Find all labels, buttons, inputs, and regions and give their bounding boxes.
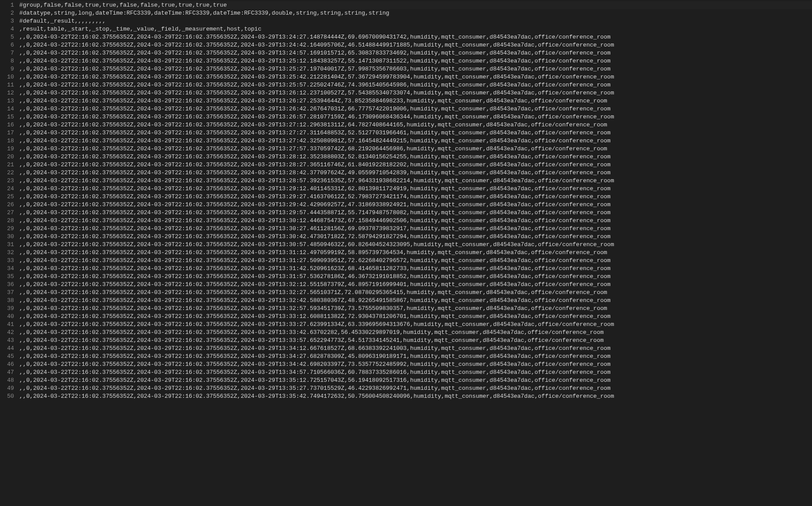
- code-line[interactable]: ,,0,2024-03-22T22:16:02.37556352Z,2024-0…: [20, 177, 812, 185]
- code-line[interactable]: ,,0,2024-03-22T22:16:02.37556352Z,2024-0…: [20, 65, 812, 73]
- line-number: 7: [7, 49, 14, 57]
- code-line[interactable]: ,,0,2024-03-22T22:16:02.37556352Z,2024-0…: [20, 321, 812, 329]
- code-line[interactable]: ,,0,2024-03-22T22:16:02.37556352Z,2024-0…: [20, 289, 812, 297]
- code-line[interactable]: #datatype,string,long,dateTime:RFC3339,d…: [20, 9, 812, 17]
- line-number: 46: [7, 361, 14, 369]
- code-line[interactable]: ,,0,2024-03-22T22:16:02.37556352Z,2024-0…: [20, 57, 812, 65]
- line-number: 2: [7, 9, 14, 17]
- code-line[interactable]: ,,0,2024-03-22T22:16:02.37556352Z,2024-0…: [20, 145, 812, 153]
- code-line[interactable]: ,,0,2024-03-22T22:16:02.37556352Z,2024-0…: [20, 361, 812, 369]
- line-number: 11: [7, 81, 14, 89]
- code-line[interactable]: ,,0,2024-03-22T22:16:02.37556352Z,2024-0…: [20, 73, 812, 81]
- line-number: 50: [7, 392, 14, 400]
- code-line[interactable]: ,,0,2024-03-22T22:16:02.37556352Z,2024-0…: [20, 392, 812, 400]
- line-number: 5: [7, 33, 14, 41]
- code-line[interactable]: ,,0,2024-03-22T22:16:02.37556352Z,2024-0…: [20, 137, 812, 145]
- code-line[interactable]: ,,0,2024-03-22T22:16:02.37556352Z,2024-0…: [20, 121, 812, 129]
- line-number: 1: [7, 1, 14, 9]
- code-line[interactable]: ,,0,2024-03-22T22:16:02.37556352Z,2024-0…: [20, 33, 812, 41]
- code-line[interactable]: ,,0,2024-03-22T22:16:02.37556352Z,2024-0…: [20, 233, 812, 241]
- code-line[interactable]: ,,0,2024-03-22T22:16:02.37556352Z,2024-0…: [20, 185, 812, 193]
- line-number: 12: [7, 89, 14, 97]
- line-number: 15: [7, 113, 14, 121]
- line-number: 36: [7, 281, 14, 289]
- code-line[interactable]: ,,0,2024-03-22T22:16:02.37556352Z,2024-0…: [20, 201, 812, 209]
- line-number: 44: [7, 345, 14, 353]
- code-editor[interactable]: 1234567891011121314151617181920212223242…: [0, 0, 812, 506]
- line-number: 39: [7, 305, 14, 313]
- code-line[interactable]: ,,0,2024-03-22T22:16:02.37556352Z,2024-0…: [20, 113, 812, 121]
- code-line[interactable]: ,,0,2024-03-22T22:16:02.37556352Z,2024-0…: [20, 129, 812, 137]
- code-line[interactable]: ,,0,2024-03-22T22:16:02.37556352Z,2024-0…: [20, 105, 812, 113]
- line-number: 13: [7, 97, 14, 105]
- line-number: 40: [7, 313, 14, 321]
- line-number: 24: [7, 185, 14, 193]
- line-number: 43: [7, 337, 14, 345]
- code-line[interactable]: ,,0,2024-03-22T22:16:02.37556352Z,2024-0…: [20, 161, 812, 169]
- code-line[interactable]: ,,0,2024-03-22T22:16:02.37556352Z,2024-0…: [20, 169, 812, 177]
- line-number: 14: [7, 105, 14, 113]
- code-line[interactable]: #group,false,false,true,true,false,false…: [20, 1, 812, 9]
- line-number: 21: [7, 161, 14, 169]
- code-line[interactable]: ,,0,2024-03-22T22:16:02.37556352Z,2024-0…: [20, 337, 812, 345]
- code-line[interactable]: ,,0,2024-03-22T22:16:02.37556352Z,2024-0…: [20, 241, 812, 249]
- code-line[interactable]: #default,_result,,,,,,,,,: [20, 17, 812, 25]
- code-line[interactable]: ,,0,2024-03-22T22:16:02.37556352Z,2024-0…: [20, 297, 812, 305]
- line-number: 6: [7, 41, 14, 49]
- code-line[interactable]: ,,0,2024-03-22T22:16:02.37556352Z,2024-0…: [20, 97, 812, 105]
- code-line[interactable]: ,,0,2024-03-22T22:16:02.37556352Z,2024-0…: [20, 329, 812, 337]
- line-number: 16: [7, 121, 14, 129]
- line-number: 42: [7, 329, 14, 337]
- line-number: 29: [7, 225, 14, 233]
- code-line[interactable]: ,,0,2024-03-22T22:16:02.37556352Z,2024-0…: [20, 257, 812, 265]
- code-line[interactable]: ,,0,2024-03-22T22:16:02.37556352Z,2024-0…: [20, 153, 812, 161]
- line-number: 27: [7, 209, 14, 217]
- line-number: 3: [7, 17, 14, 25]
- code-line[interactable]: ,,0,2024-03-22T22:16:02.37556352Z,2024-0…: [20, 41, 812, 49]
- line-number: 32: [7, 249, 14, 257]
- line-number: 10: [7, 73, 14, 81]
- code-line[interactable]: ,,0,2024-03-22T22:16:02.37556352Z,2024-0…: [20, 313, 812, 321]
- code-line[interactable]: ,,0,2024-03-22T22:16:02.37556352Z,2024-0…: [20, 305, 812, 313]
- code-line[interactable]: ,,0,2024-03-22T22:16:02.37556352Z,2024-0…: [20, 353, 812, 361]
- line-number: 22: [7, 169, 14, 177]
- line-number-gutter[interactable]: 1234567891011121314151617181920212223242…: [0, 0, 20, 506]
- line-number: 8: [7, 57, 14, 65]
- line-number: 45: [7, 353, 14, 361]
- line-number: 34: [7, 265, 14, 273]
- code-line[interactable]: ,,0,2024-03-22T22:16:02.37556352Z,2024-0…: [20, 49, 812, 57]
- code-line[interactable]: ,result,table,_start,_stop,_time,_value,…: [20, 25, 812, 33]
- line-number: 28: [7, 217, 14, 225]
- line-number: 33: [7, 257, 14, 265]
- line-number: 9: [7, 65, 14, 73]
- line-number: 37: [7, 289, 14, 297]
- code-line[interactable]: ,,0,2024-03-22T22:16:02.37556352Z,2024-0…: [20, 345, 812, 353]
- line-number: 35: [7, 273, 14, 281]
- line-number: 30: [7, 233, 14, 241]
- line-number: 25: [7, 193, 14, 201]
- line-number: 19: [7, 145, 14, 153]
- line-number: 26: [7, 201, 14, 209]
- code-line[interactable]: ,,0,2024-03-22T22:16:02.37556352Z,2024-0…: [20, 209, 812, 217]
- line-number: 23: [7, 177, 14, 185]
- code-line[interactable]: ,,0,2024-03-22T22:16:02.37556352Z,2024-0…: [20, 369, 812, 377]
- code-line[interactable]: ,,0,2024-03-22T22:16:02.37556352Z,2024-0…: [20, 225, 812, 233]
- line-number: 20: [7, 153, 14, 161]
- code-line[interactable]: ,,0,2024-03-22T22:16:02.37556352Z,2024-0…: [20, 81, 812, 89]
- editor-content[interactable]: #group,false,false,true,true,false,false…: [20, 0, 812, 506]
- code-line[interactable]: ,,0,2024-03-22T22:16:02.37556352Z,2024-0…: [20, 377, 812, 384]
- code-line[interactable]: ,,0,2024-03-22T22:16:02.37556352Z,2024-0…: [20, 193, 812, 201]
- code-line[interactable]: ,,0,2024-03-22T22:16:02.37556352Z,2024-0…: [20, 265, 812, 273]
- line-number: 4: [7, 25, 14, 33]
- line-number: 41: [7, 321, 14, 329]
- line-number: 31: [7, 241, 14, 249]
- code-line[interactable]: ,,0,2024-03-22T22:16:02.37556352Z,2024-0…: [20, 273, 812, 281]
- line-number: 48: [7, 377, 14, 384]
- code-line[interactable]: ,,0,2024-03-22T22:16:02.37556352Z,2024-0…: [20, 89, 812, 97]
- code-line[interactable]: ,,0,2024-03-22T22:16:02.37556352Z,2024-0…: [20, 384, 812, 392]
- code-line[interactable]: ,,0,2024-03-22T22:16:02.37556352Z,2024-0…: [20, 217, 812, 225]
- code-line[interactable]: ,,0,2024-03-22T22:16:02.37556352Z,2024-0…: [20, 281, 812, 289]
- line-number: 18: [7, 137, 14, 145]
- code-line[interactable]: ,,0,2024-03-22T22:16:02.37556352Z,2024-0…: [20, 249, 812, 257]
- line-number: 49: [7, 384, 14, 392]
